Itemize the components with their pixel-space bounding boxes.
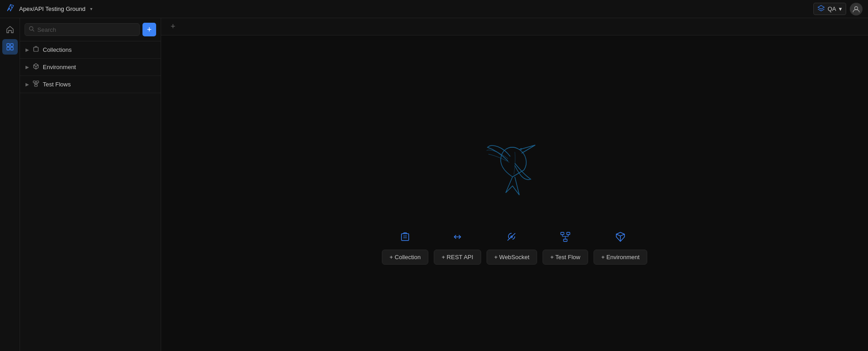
env-layers-icon: [817, 5, 825, 13]
collections-icon: [33, 46, 39, 54]
logo-icon: [5, 3, 15, 15]
new-tab-button[interactable]: +: [167, 20, 179, 33]
svg-rect-25: [567, 232, 570, 235]
svg-rect-11: [33, 81, 36, 83]
panel-sidebar: + ▶ Collections ▶: [20, 18, 161, 351]
add-collection-button[interactable]: + Collection: [382, 250, 428, 265]
environment-header[interactable]: ▶ Environment: [20, 59, 161, 75]
svg-rect-9: [34, 47, 38, 51]
svg-point-7: [30, 27, 33, 30]
svg-rect-26: [563, 239, 567, 241]
content-area: +: [161, 18, 868, 351]
testflows-header[interactable]: ▶ Test Flows: [20, 76, 161, 93]
user-avatar-button[interactable]: [850, 3, 863, 15]
sidebar-collections-button[interactable]: [2, 39, 18, 55]
rest-api-icon: [452, 231, 463, 245]
action-group-test-flow: + Test Flow: [543, 231, 588, 265]
test-flow-icon: [560, 231, 571, 245]
app-title: Apex/API Testing Ground: [19, 5, 86, 12]
collection-icon: [400, 231, 411, 245]
collections-chevron-icon: ▶: [25, 47, 29, 52]
search-input-wrapper: [25, 23, 140, 36]
svg-rect-13: [35, 85, 37, 86]
websocket-icon: [506, 231, 517, 245]
sidebar-section-testflows: ▶ Test Flows: [20, 76, 161, 93]
add-environment-button[interactable]: + Environment: [594, 250, 647, 265]
env-selector[interactable]: QA ▾: [813, 3, 846, 15]
search-bar: +: [20, 18, 161, 41]
topbar: Apex/API Testing Ground ▾ QA ▾: [0, 0, 868, 18]
app-dropdown-arrow[interactable]: ▾: [90, 6, 92, 11]
action-buttons: + Collection + REST API: [382, 231, 647, 265]
svg-rect-5: [7, 47, 10, 50]
svg-rect-3: [7, 44, 10, 46]
action-group-rest-api: + REST API: [434, 231, 481, 265]
add-button[interactable]: +: [142, 23, 156, 36]
action-group-websocket: + WebSocket: [487, 231, 537, 265]
svg-rect-12: [36, 81, 39, 83]
center-content: + Collection + REST API: [161, 35, 868, 351]
search-input[interactable]: [37, 26, 136, 33]
testflows-label: Test Flows: [43, 81, 71, 88]
environment-label: Environment: [43, 64, 76, 70]
testflows-icon: [33, 80, 39, 88]
add-test-flow-button[interactable]: + Test Flow: [543, 250, 588, 265]
testflows-chevron-icon: ▶: [25, 82, 29, 87]
topbar-left: Apex/API Testing Ground ▾: [5, 3, 92, 15]
environment-action-icon: [615, 231, 626, 245]
environment-chevron-icon: ▶: [25, 65, 29, 70]
content-tabs: +: [161, 18, 868, 35]
svg-rect-19: [401, 234, 409, 241]
env-label: QA: [827, 5, 836, 12]
svg-rect-24: [561, 232, 564, 235]
sidebar-section-environment: ▶ Environment: [20, 59, 161, 76]
collections-header[interactable]: ▶ Collections: [20, 41, 161, 58]
action-group-environment: + Environment: [594, 231, 647, 265]
sidebar-home-button[interactable]: [2, 22, 18, 37]
sidebar-section-collections: ▶ Collections: [20, 41, 161, 59]
hero-bird-illustration: [469, 122, 560, 213]
environment-icon: [33, 63, 39, 71]
action-group-collection: + Collection: [382, 231, 428, 265]
icon-sidebar: [0, 18, 20, 351]
svg-marker-0: [7, 5, 14, 11]
search-icon: [29, 26, 35, 33]
collections-label: Collections: [43, 46, 72, 53]
add-rest-api-button[interactable]: + REST API: [434, 250, 481, 265]
main-layout: + ▶ Collections ▶: [0, 18, 868, 351]
svg-rect-6: [10, 47, 13, 50]
svg-rect-4: [10, 44, 13, 46]
env-dropdown-arrow: ▾: [839, 5, 842, 12]
topbar-right: QA ▾: [813, 3, 863, 15]
add-websocket-button[interactable]: + WebSocket: [487, 250, 537, 265]
svg-line-8: [33, 30, 35, 32]
